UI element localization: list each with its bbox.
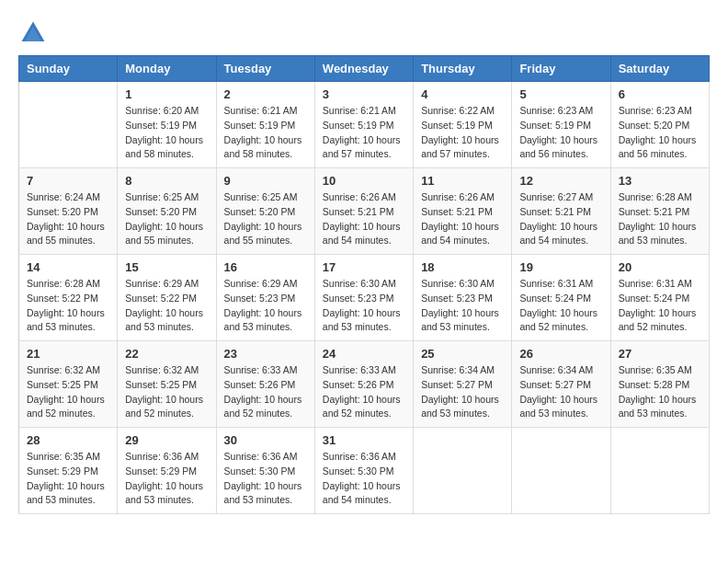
- day-info: Sunrise: 6:35 AM Sunset: 5:29 PM Dayligh…: [27, 450, 109, 508]
- day-info: Sunrise: 6:23 AM Sunset: 5:19 PM Dayligh…: [519, 104, 602, 162]
- day-number: 11: [421, 174, 504, 188]
- calendar-cell: 18Sunrise: 6:30 AM Sunset: 5:23 PM Dayli…: [414, 255, 512, 341]
- day-number: 19: [519, 260, 602, 274]
- calendar-cell: 23Sunrise: 6:33 AM Sunset: 5:26 PM Dayli…: [216, 341, 314, 428]
- calendar-cell: 22Sunrise: 6:32 AM Sunset: 5:25 PM Dayli…: [118, 341, 216, 428]
- day-number: 27: [619, 347, 701, 361]
- day-number: 25: [421, 347, 504, 361]
- calendar-cell: 10Sunrise: 6:26 AM Sunset: 5:21 PM Dayli…: [314, 168, 413, 255]
- day-number: 3: [323, 87, 405, 101]
- calendar-cell: 2Sunrise: 6:21 AM Sunset: 5:19 PM Daylig…: [216, 82, 314, 168]
- calendar-cell: 4Sunrise: 6:22 AM Sunset: 5:19 PM Daylig…: [414, 82, 512, 168]
- day-number: 5: [519, 87, 602, 101]
- calendar-cell: 7Sunrise: 6:24 AM Sunset: 5:20 PM Daylig…: [19, 168, 118, 255]
- day-number: 18: [421, 260, 504, 274]
- calendar-cell: 15Sunrise: 6:29 AM Sunset: 5:22 PM Dayli…: [118, 255, 216, 341]
- day-info: Sunrise: 6:29 AM Sunset: 5:22 PM Dayligh…: [125, 277, 208, 335]
- day-info: Sunrise: 6:25 AM Sunset: 5:20 PM Dayligh…: [125, 190, 208, 248]
- day-info: Sunrise: 6:21 AM Sunset: 5:19 PM Dayligh…: [224, 104, 307, 162]
- day-number: 26: [519, 347, 602, 361]
- day-info: Sunrise: 6:36 AM Sunset: 5:30 PM Dayligh…: [224, 450, 307, 508]
- calendar-cell: 16Sunrise: 6:29 AM Sunset: 5:23 PM Dayli…: [216, 255, 314, 341]
- header-friday: Friday: [512, 56, 610, 82]
- calendar-cell: 25Sunrise: 6:34 AM Sunset: 5:27 PM Dayli…: [414, 341, 512, 428]
- header-tuesday: Tuesday: [216, 56, 314, 82]
- header-saturday: Saturday: [610, 56, 709, 82]
- day-info: Sunrise: 6:34 AM Sunset: 5:27 PM Dayligh…: [421, 363, 504, 421]
- day-info: Sunrise: 6:31 AM Sunset: 5:24 PM Dayligh…: [519, 277, 602, 335]
- day-number: 21: [27, 347, 109, 361]
- calendar-cell: 27Sunrise: 6:35 AM Sunset: 5:28 PM Dayli…: [610, 341, 709, 428]
- page-header: [18, 18, 710, 48]
- header-wednesday: Wednesday: [314, 56, 413, 82]
- day-number: 4: [421, 87, 504, 101]
- day-number: 29: [125, 433, 208, 447]
- calendar-cell: [19, 82, 118, 168]
- calendar-cell: 13Sunrise: 6:28 AM Sunset: 5:21 PM Dayli…: [610, 168, 709, 255]
- day-info: Sunrise: 6:33 AM Sunset: 5:26 PM Dayligh…: [323, 363, 405, 421]
- day-number: 13: [619, 174, 701, 188]
- day-info: Sunrise: 6:21 AM Sunset: 5:19 PM Dayligh…: [323, 104, 405, 162]
- day-info: Sunrise: 6:23 AM Sunset: 5:20 PM Dayligh…: [619, 104, 701, 162]
- day-number: 1: [125, 87, 208, 101]
- calendar-cell: 5Sunrise: 6:23 AM Sunset: 5:19 PM Daylig…: [512, 82, 610, 168]
- calendar-cell: [512, 428, 610, 514]
- day-number: 28: [27, 433, 109, 447]
- calendar-cell: 1Sunrise: 6:20 AM Sunset: 5:19 PM Daylig…: [118, 82, 216, 168]
- day-info: Sunrise: 6:30 AM Sunset: 5:23 PM Dayligh…: [421, 277, 504, 335]
- week-row-4: 21Sunrise: 6:32 AM Sunset: 5:25 PM Dayli…: [19, 341, 710, 428]
- calendar-cell: 24Sunrise: 6:33 AM Sunset: 5:26 PM Dayli…: [314, 341, 413, 428]
- header-monday: Monday: [118, 56, 216, 82]
- header-row: SundayMondayTuesdayWednesdayThursdayFrid…: [19, 56, 710, 82]
- logo-icon: [18, 18, 48, 48]
- day-info: Sunrise: 6:32 AM Sunset: 5:25 PM Dayligh…: [27, 363, 109, 421]
- day-number: 15: [125, 260, 208, 274]
- day-number: 2: [224, 87, 307, 101]
- day-number: 30: [224, 433, 307, 447]
- calendar-cell: 20Sunrise: 6:31 AM Sunset: 5:24 PM Dayli…: [610, 255, 709, 341]
- day-info: Sunrise: 6:31 AM Sunset: 5:24 PM Dayligh…: [619, 277, 701, 335]
- day-number: 24: [323, 347, 405, 361]
- calendar-cell: 21Sunrise: 6:32 AM Sunset: 5:25 PM Dayli…: [19, 341, 118, 428]
- day-info: Sunrise: 6:36 AM Sunset: 5:30 PM Dayligh…: [323, 450, 405, 508]
- calendar-cell: 12Sunrise: 6:27 AM Sunset: 5:21 PM Dayli…: [512, 168, 610, 255]
- calendar-cell: 30Sunrise: 6:36 AM Sunset: 5:30 PM Dayli…: [216, 428, 314, 514]
- calendar-cell: 8Sunrise: 6:25 AM Sunset: 5:20 PM Daylig…: [118, 168, 216, 255]
- calendar-cell: 26Sunrise: 6:34 AM Sunset: 5:27 PM Dayli…: [512, 341, 610, 428]
- calendar-cell: 9Sunrise: 6:25 AM Sunset: 5:20 PM Daylig…: [216, 168, 314, 255]
- calendar-cell: 14Sunrise: 6:28 AM Sunset: 5:22 PM Dayli…: [19, 255, 118, 341]
- day-info: Sunrise: 6:22 AM Sunset: 5:19 PM Dayligh…: [421, 104, 504, 162]
- day-info: Sunrise: 6:29 AM Sunset: 5:23 PM Dayligh…: [224, 277, 307, 335]
- day-number: 17: [323, 260, 405, 274]
- calendar-cell: [414, 428, 512, 514]
- calendar-cell: [610, 428, 709, 514]
- day-info: Sunrise: 6:26 AM Sunset: 5:21 PM Dayligh…: [421, 190, 504, 248]
- calendar-cell: 11Sunrise: 6:26 AM Sunset: 5:21 PM Dayli…: [414, 168, 512, 255]
- day-info: Sunrise: 6:28 AM Sunset: 5:22 PM Dayligh…: [27, 277, 109, 335]
- day-info: Sunrise: 6:25 AM Sunset: 5:20 PM Dayligh…: [224, 190, 307, 248]
- day-number: 20: [619, 260, 701, 274]
- calendar-cell: 3Sunrise: 6:21 AM Sunset: 5:19 PM Daylig…: [314, 82, 413, 168]
- week-row-3: 14Sunrise: 6:28 AM Sunset: 5:22 PM Dayli…: [19, 255, 710, 341]
- day-number: 9: [224, 174, 307, 188]
- day-number: 31: [323, 433, 405, 447]
- day-info: Sunrise: 6:20 AM Sunset: 5:19 PM Dayligh…: [125, 104, 208, 162]
- day-number: 6: [619, 87, 701, 101]
- calendar-cell: 29Sunrise: 6:36 AM Sunset: 5:29 PM Dayli…: [118, 428, 216, 514]
- day-info: Sunrise: 6:30 AM Sunset: 5:23 PM Dayligh…: [323, 277, 405, 335]
- logo: [18, 18, 51, 48]
- week-row-5: 28Sunrise: 6:35 AM Sunset: 5:29 PM Dayli…: [19, 428, 710, 514]
- day-number: 23: [224, 347, 307, 361]
- calendar-cell: 17Sunrise: 6:30 AM Sunset: 5:23 PM Dayli…: [314, 255, 413, 341]
- day-info: Sunrise: 6:32 AM Sunset: 5:25 PM Dayligh…: [125, 363, 208, 421]
- day-info: Sunrise: 6:27 AM Sunset: 5:21 PM Dayligh…: [519, 190, 602, 248]
- week-row-1: 1Sunrise: 6:20 AM Sunset: 5:19 PM Daylig…: [19, 82, 710, 168]
- header-thursday: Thursday: [414, 56, 512, 82]
- day-info: Sunrise: 6:33 AM Sunset: 5:26 PM Dayligh…: [224, 363, 307, 421]
- calendar-table: SundayMondayTuesdayWednesdayThursdayFrid…: [18, 55, 710, 514]
- calendar-cell: 6Sunrise: 6:23 AM Sunset: 5:20 PM Daylig…: [610, 82, 709, 168]
- day-number: 16: [224, 260, 307, 274]
- day-info: Sunrise: 6:34 AM Sunset: 5:27 PM Dayligh…: [519, 363, 602, 421]
- day-info: Sunrise: 6:28 AM Sunset: 5:21 PM Dayligh…: [619, 190, 701, 248]
- day-number: 7: [27, 174, 109, 188]
